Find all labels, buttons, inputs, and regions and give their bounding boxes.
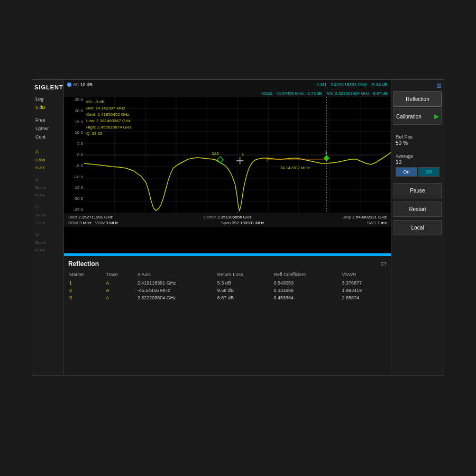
ch-d-pk[interactable]: P-PK bbox=[34, 246, 61, 254]
m2d3-freq: -45.54456 MHz bbox=[274, 91, 304, 96]
col-trace: Trace bbox=[105, 271, 136, 279]
table-header: Marker Trace X Axis Return Loss Refl Coe… bbox=[68, 271, 387, 279]
ref-pos-value: 50 % bbox=[393, 140, 442, 148]
chart-footer: Start 2.152711391 GHz Center 2.351306856… bbox=[64, 213, 391, 227]
cell-1-5: 1.993419 bbox=[341, 287, 387, 294]
rbw-label: RBW 3 MHz VBW 3 MHz bbox=[68, 221, 118, 225]
cell-2-2: 2.322203804 GHz bbox=[136, 294, 216, 301]
calibration-button[interactable]: Calibration ▶ bbox=[393, 108, 442, 125]
toggle-on-button[interactable]: On bbox=[396, 167, 417, 177]
table-row-1: 1A2.419118391 GHz5.3 dB0.5430533.376877 bbox=[68, 279, 387, 287]
network-icon: ⊞ bbox=[393, 82, 442, 89]
chart-header: Att 10 dB > M1 2.419118391 GHz -5.34 dB bbox=[64, 80, 391, 89]
cell-0-2: 2.419118391 GHz bbox=[136, 279, 216, 287]
reflection-table: Marker Trace X Axis Return Loss Refl Coe… bbox=[68, 271, 387, 301]
ref-pos-label: Ref Pos bbox=[393, 132, 442, 140]
local-button[interactable]: Local bbox=[393, 220, 442, 235]
cell-0-3: 5.3 dB bbox=[216, 279, 273, 287]
chart-grid: 1 2Δ3 3 M1: -3 dB BW: 74.142307 MHz Cent… bbox=[84, 97, 391, 213]
restart-button[interactable]: Restart bbox=[393, 202, 442, 217]
svg-text:3: 3 bbox=[241, 152, 243, 157]
svg-text:1: 1 bbox=[325, 150, 327, 155]
col-vswr: VSWR bbox=[341, 271, 387, 279]
lgpwr-label[interactable]: LgPwr bbox=[34, 124, 61, 133]
ch-b-label: B bbox=[34, 175, 61, 184]
cell-2-1: A bbox=[105, 294, 136, 301]
cell-2-4: 0.453364 bbox=[272, 294, 341, 301]
center-label: Center 2.351306856 GHz bbox=[204, 215, 252, 219]
reflection-button[interactable]: Reflection bbox=[393, 91, 442, 107]
c-badge: C? bbox=[380, 261, 387, 267]
cell-1-0: 2 bbox=[68, 287, 105, 294]
table-row-3: 3A2.322203804 GHz6.87 dB0.4533642.65874 bbox=[68, 294, 387, 301]
ch-a-mode[interactable]: C&W bbox=[34, 156, 61, 164]
average-label: Average bbox=[393, 151, 442, 159]
m3-label: M3 bbox=[327, 91, 333, 96]
chart-subheader: M2Δ3 -45.54456 MHz -2.73 dB M3 2.3222038… bbox=[64, 89, 391, 97]
brand-logo: SIGLENT bbox=[34, 84, 61, 90]
pause-button[interactable]: Pause bbox=[393, 183, 442, 198]
ch-b-mode[interactable]: Blank bbox=[34, 184, 61, 191]
cent-info: Cent: 2.41856452 GHz bbox=[86, 112, 132, 118]
att-dot-icon bbox=[67, 83, 71, 87]
ch-b-pk[interactable]: P-PK bbox=[34, 191, 61, 199]
bw-info: BW: 74.142307 MHz bbox=[86, 105, 132, 112]
swt-label: SWT 1 ms bbox=[367, 221, 387, 225]
col-marker: Marker bbox=[68, 271, 105, 279]
cell-2-0: 3 bbox=[68, 294, 105, 301]
cell-1-3: 9.58 dB bbox=[216, 287, 273, 294]
cell-1-2: -45.54456 MHz bbox=[136, 287, 216, 294]
q-info: Q: 32.62 bbox=[86, 131, 132, 137]
ch-c-label: C bbox=[34, 203, 61, 211]
y-axis: 25.0 20.0 15.0 10.0 5.0 0.0 -5.0 -10.0 -… bbox=[64, 97, 84, 213]
cell-1-1: A bbox=[105, 287, 136, 294]
cell-2-3: 6.87 dB bbox=[216, 294, 273, 301]
ch-c-mode[interactable]: Blank bbox=[34, 211, 61, 219]
right-panel: ⊞ Reflection Calibration ▶ Ref Pos 50 % … bbox=[391, 80, 444, 375]
main-area: Att 10 dB > M1 2.419118391 GHz -5.34 dB … bbox=[64, 80, 391, 375]
high-info: High: 2.455635674 GHz bbox=[86, 124, 132, 131]
main-screen: SIGLENT Log 5 dB Free LgPwr Cont A C&W P… bbox=[32, 79, 444, 376]
chart-area: Att 10 dB > M1 2.419118391 GHz -5.34 dB … bbox=[64, 80, 391, 254]
ch-c-pk[interactable]: P-PK bbox=[34, 219, 61, 227]
ch-d-label: D bbox=[34, 230, 61, 239]
col-xaxis: X Axis bbox=[136, 271, 216, 279]
log-label[interactable]: Log bbox=[34, 95, 61, 103]
col-reflcoeff: Refl Coefficient bbox=[272, 271, 341, 279]
log-value[interactable]: 5 dB bbox=[34, 103, 61, 112]
cell-1-4: 0.331868 bbox=[272, 287, 341, 294]
toggle-row: On Off bbox=[393, 167, 442, 179]
arrow-right-icon: ▶ bbox=[434, 113, 439, 120]
m3-val: -6.87 dB bbox=[372, 91, 388, 96]
low-info: Low: 2.381493367 GHz bbox=[86, 118, 132, 124]
m3-freq: 2.322203804 GHz bbox=[335, 91, 369, 96]
data-table-area: Reflection C? Marker Trace X Axis Return… bbox=[64, 256, 391, 375]
average-value: 10 bbox=[393, 159, 442, 167]
att-value: 10 dB bbox=[80, 82, 93, 87]
cell-2-5: 2.65874 bbox=[341, 294, 387, 301]
left-panel: SIGLENT Log 5 dB Free LgPwr Cont A C&W P… bbox=[32, 80, 64, 375]
cell-0-1: A bbox=[105, 279, 136, 287]
chart-with-yaxis: 25.0 20.0 15.0 10.0 5.0 0.0 -5.0 -10.0 -… bbox=[64, 97, 391, 213]
col-returnloss: Return Loss bbox=[216, 271, 273, 279]
m1-info: M1: -3 dB bbox=[86, 99, 132, 105]
free-label[interactable]: Free bbox=[34, 116, 61, 124]
m2d3-val: -2.73 dB bbox=[306, 91, 322, 96]
span-label: Span 397.190931 MHz bbox=[221, 221, 264, 225]
m2d3-label: M2Δ3 bbox=[261, 91, 272, 96]
cell-0-0: 1 bbox=[68, 279, 105, 287]
toggle-off-button[interactable]: Off bbox=[418, 167, 440, 177]
svg-text:2Δ3: 2Δ3 bbox=[212, 151, 218, 156]
cell-0-5: 3.376877 bbox=[341, 279, 387, 287]
bw-label: 74.142307 MHz bbox=[280, 166, 309, 170]
cell-0-4: 0.543053 bbox=[272, 279, 341, 287]
att-label: Att bbox=[73, 82, 79, 87]
start-label: Start 2.152711391 GHz bbox=[68, 215, 113, 219]
ch-a-label: A bbox=[34, 148, 61, 156]
table-header-row: Reflection C? bbox=[68, 260, 387, 268]
ch-a-pk[interactable]: P-PK bbox=[34, 164, 61, 172]
ch-d-mode[interactable]: Blank bbox=[34, 239, 61, 246]
table-title: Reflection bbox=[68, 260, 99, 268]
cont-label[interactable]: Cont bbox=[34, 133, 61, 141]
table-row-2: 2A-45.54456 MHz9.58 dB0.3318681.993419 bbox=[68, 287, 387, 294]
